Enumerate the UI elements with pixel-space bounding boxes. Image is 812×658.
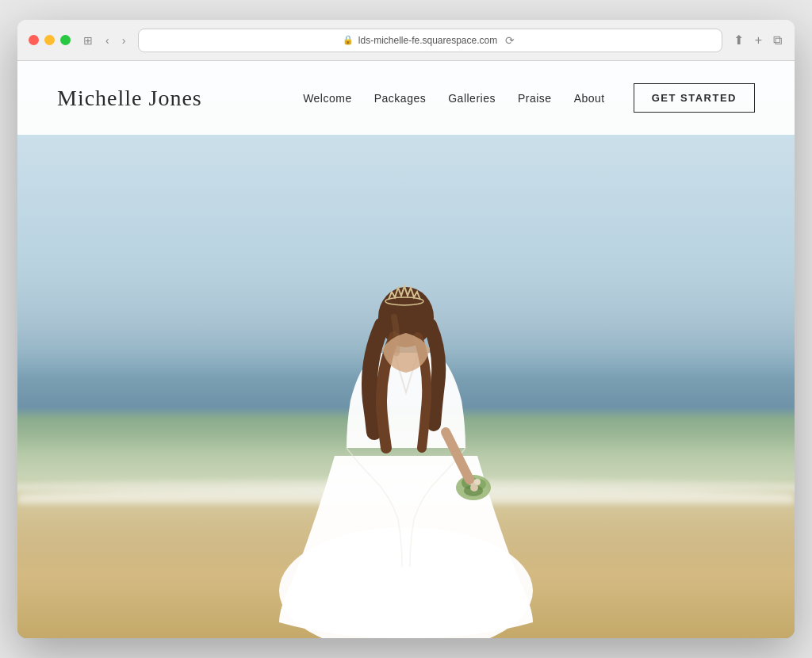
website-content: Michelle Jones Welcome Packages Gallerie…	[17, 61, 795, 638]
nav-item-praise[interactable]: Praise	[518, 92, 552, 105]
back-button[interactable]: ‹	[102, 33, 113, 48]
window-icon[interactable]: ⊞	[80, 33, 96, 48]
navbar: Michelle Jones Welcome Packages Gallerie…	[17, 61, 795, 135]
share-button[interactable]: ⬆	[732, 31, 745, 49]
lock-icon: 🔒	[343, 35, 354, 45]
site-logo[interactable]: Michelle Jones	[57, 86, 202, 111]
url-text: lds-michelle-fe.squarespace.com	[358, 35, 497, 46]
reload-button[interactable]: ⟳	[502, 33, 518, 48]
browser-actions: ⬆ + ⧉	[732, 31, 783, 49]
close-button[interactable]	[29, 35, 39, 45]
nav-item-galleries[interactable]: Galleries	[448, 92, 496, 105]
tabs-button[interactable]: ⧉	[772, 32, 783, 49]
get-started-button[interactable]: GET STARTED	[634, 83, 755, 113]
nav-item-about[interactable]: About	[574, 92, 605, 105]
address-bar[interactable]: 🔒 lds-michelle-fe.squarespace.com ⟳	[138, 29, 722, 52]
nav-item-packages[interactable]: Packages	[374, 92, 426, 105]
hero-section	[17, 61, 795, 638]
nav-item-welcome[interactable]: Welcome	[303, 92, 352, 105]
browser-controls: ⊞ ‹ ›	[80, 33, 128, 48]
bride-image	[271, 178, 541, 638]
forward-button[interactable]: ›	[119, 33, 129, 48]
maximize-button[interactable]	[60, 35, 71, 45]
browser-window: ⊞ ‹ › 🔒 lds-michelle-fe.squarespace.com …	[17, 20, 795, 638]
new-tab-button[interactable]: +	[753, 32, 764, 49]
browser-chrome: ⊞ ‹ › 🔒 lds-michelle-fe.squarespace.com …	[17, 20, 795, 61]
nav-links: Welcome Packages Galleries Praise About …	[303, 83, 755, 113]
traffic-lights	[29, 35, 71, 45]
minimize-button[interactable]	[44, 35, 55, 45]
svg-point-9	[470, 484, 478, 492]
